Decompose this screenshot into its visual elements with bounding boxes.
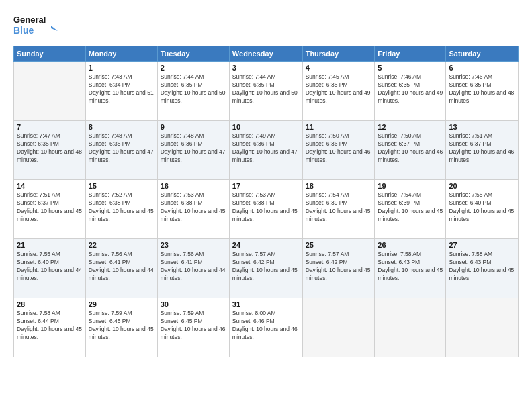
day-info: Sunrise: 7:48 AMSunset: 6:35 PMDaylight:… [89,132,154,165]
day-cell: 6Sunrise: 7:46 AMSunset: 6:35 PMDaylight… [446,62,519,121]
day-number: 25 [306,241,372,249]
day-cell: 20Sunrise: 7:55 AMSunset: 6:40 PMDayligh… [446,180,519,239]
week-row-2: 7Sunrise: 7:47 AMSunset: 6:35 PMDaylight… [14,121,519,180]
day-number: 23 [161,241,226,249]
weekday-header-wednesday: Wednesday [229,46,302,62]
day-cell: 19Sunrise: 7:54 AMSunset: 6:39 PMDayligh… [375,180,446,239]
day-number: 22 [89,241,154,249]
svg-text:General: General [13,15,46,25]
day-info: Sunrise: 7:51 AMSunset: 6:37 PMDaylight:… [449,132,515,165]
day-cell [302,298,375,357]
day-number: 27 [449,241,515,249]
day-cell [375,298,446,357]
day-cell: 4Sunrise: 7:45 AMSunset: 6:35 PMDaylight… [302,62,375,121]
day-info: Sunrise: 7:46 AMSunset: 6:35 PMDaylight:… [449,73,515,105]
day-cell: 21Sunrise: 7:55 AMSunset: 6:40 PMDayligh… [14,239,86,298]
day-cell: 27Sunrise: 7:58 AMSunset: 6:43 PMDayligh… [446,239,519,298]
day-cell: 26Sunrise: 7:58 AMSunset: 6:43 PMDayligh… [375,239,446,298]
day-cell: 13Sunrise: 7:51 AMSunset: 6:37 PMDayligh… [446,121,519,180]
day-number: 15 [89,182,154,190]
day-number: 28 [17,300,83,308]
day-number: 18 [306,182,372,190]
day-info: Sunrise: 7:50 AMSunset: 6:37 PMDaylight:… [378,132,443,165]
weekday-header-friday: Friday [375,46,446,62]
day-number: 20 [449,182,515,190]
day-cell: 3Sunrise: 7:44 AMSunset: 6:35 PMDaylight… [229,62,302,121]
weekday-header-row: SundayMondayTuesdayWednesdayThursdayFrid… [14,46,519,62]
day-number: 24 [232,241,300,249]
logo-svg: General Blue [13,12,60,39]
day-cell: 24Sunrise: 7:57 AMSunset: 6:42 PMDayligh… [229,239,302,298]
day-number: 21 [17,241,83,249]
day-cell: 22Sunrise: 7:56 AMSunset: 6:41 PMDayligh… [85,239,157,298]
day-number: 29 [89,300,154,308]
day-number: 13 [449,123,515,131]
weekday-header-sunday: Sunday [14,46,86,62]
day-cell: 5Sunrise: 7:46 AMSunset: 6:35 PMDaylight… [375,62,446,121]
weekday-header-thursday: Thursday [302,46,375,62]
day-number: 8 [89,123,154,131]
day-cell: 10Sunrise: 7:49 AMSunset: 6:36 PMDayligh… [229,121,302,180]
day-info: Sunrise: 7:53 AMSunset: 6:38 PMDaylight:… [161,191,226,224]
week-row-4: 21Sunrise: 7:55 AMSunset: 6:40 PMDayligh… [14,239,519,298]
day-info: Sunrise: 7:54 AMSunset: 6:39 PMDaylight:… [378,191,443,224]
weekday-header-monday: Monday [85,46,157,62]
week-row-5: 28Sunrise: 7:58 AMSunset: 6:44 PMDayligh… [14,298,519,357]
weekday-header-saturday: Saturday [446,46,519,62]
svg-marker-2 [51,26,58,31]
day-info: Sunrise: 7:54 AMSunset: 6:39 PMDaylight:… [306,191,372,224]
day-cell: 29Sunrise: 7:59 AMSunset: 6:45 PMDayligh… [85,298,157,357]
day-cell [14,62,86,121]
day-info: Sunrise: 7:43 AMSunset: 6:34 PMDaylight:… [89,73,154,105]
day-info: Sunrise: 7:51 AMSunset: 6:37 PMDaylight:… [17,191,83,224]
day-info: Sunrise: 7:48 AMSunset: 6:36 PMDaylight:… [161,132,226,165]
day-number: 3 [232,64,300,72]
weekday-header-tuesday: Tuesday [157,46,229,62]
day-info: Sunrise: 7:44 AMSunset: 6:35 PMDaylight:… [232,73,300,105]
day-cell: 2Sunrise: 7:44 AMSunset: 6:35 PMDaylight… [157,62,229,121]
day-number: 16 [161,182,226,190]
calendar-page: General Blue SundayMondayTuesdayWednesda… [0,0,532,411]
day-info: Sunrise: 7:45 AMSunset: 6:35 PMDaylight:… [306,73,372,105]
day-info: Sunrise: 7:44 AMSunset: 6:35 PMDaylight:… [161,73,226,105]
day-number: 2 [161,64,226,72]
day-number: 4 [306,64,372,72]
day-cell: 9Sunrise: 7:48 AMSunset: 6:36 PMDaylight… [157,121,229,180]
week-row-1: 1Sunrise: 7:43 AMSunset: 6:34 PMDaylight… [14,62,519,121]
svg-text:Blue: Blue [13,25,34,36]
day-info: Sunrise: 7:52 AMSunset: 6:38 PMDaylight:… [89,191,154,224]
day-number: 17 [232,182,300,190]
day-cell: 8Sunrise: 7:48 AMSunset: 6:35 PMDaylight… [85,121,157,180]
day-cell: 12Sunrise: 7:50 AMSunset: 6:37 PMDayligh… [375,121,446,180]
day-info: Sunrise: 7:58 AMSunset: 6:43 PMDaylight:… [449,250,515,283]
day-number: 11 [306,123,372,131]
day-number: 12 [378,123,443,131]
day-info: Sunrise: 7:59 AMSunset: 6:45 PMDaylight:… [89,310,154,342]
day-info: Sunrise: 7:59 AMSunset: 6:45 PMDaylight:… [161,310,226,342]
day-info: Sunrise: 7:58 AMSunset: 6:43 PMDaylight:… [378,250,443,283]
page-header: General Blue [13,12,519,39]
day-info: Sunrise: 7:55 AMSunset: 6:40 PMDaylight:… [449,191,515,224]
day-cell: 14Sunrise: 7:51 AMSunset: 6:37 PMDayligh… [14,180,86,239]
day-info: Sunrise: 7:57 AMSunset: 6:42 PMDaylight:… [306,250,372,283]
day-info: Sunrise: 7:57 AMSunset: 6:42 PMDaylight:… [232,250,300,283]
day-info: Sunrise: 8:00 AMSunset: 6:46 PMDaylight:… [232,310,300,342]
day-number: 14 [17,182,83,190]
day-cell: 15Sunrise: 7:52 AMSunset: 6:38 PMDayligh… [85,180,157,239]
day-info: Sunrise: 7:55 AMSunset: 6:40 PMDaylight:… [17,250,83,283]
day-info: Sunrise: 7:58 AMSunset: 6:44 PMDaylight:… [17,310,83,342]
day-number: 9 [161,123,226,131]
day-info: Sunrise: 7:46 AMSunset: 6:35 PMDaylight:… [378,73,443,105]
day-number: 10 [232,123,300,131]
day-cell: 17Sunrise: 7:53 AMSunset: 6:38 PMDayligh… [229,180,302,239]
day-cell: 11Sunrise: 7:50 AMSunset: 6:36 PMDayligh… [302,121,375,180]
day-cell [446,298,519,357]
day-cell: 7Sunrise: 7:47 AMSunset: 6:35 PMDaylight… [14,121,86,180]
calendar-table: SundayMondayTuesdayWednesdayThursdayFrid… [13,46,519,357]
day-info: Sunrise: 7:49 AMSunset: 6:36 PMDaylight:… [232,132,300,165]
day-info: Sunrise: 7:53 AMSunset: 6:38 PMDaylight:… [232,191,300,224]
day-info: Sunrise: 7:50 AMSunset: 6:36 PMDaylight:… [306,132,372,165]
day-cell: 31Sunrise: 8:00 AMSunset: 6:46 PMDayligh… [229,298,302,357]
day-cell: 18Sunrise: 7:54 AMSunset: 6:39 PMDayligh… [302,180,375,239]
day-number: 7 [17,123,83,131]
